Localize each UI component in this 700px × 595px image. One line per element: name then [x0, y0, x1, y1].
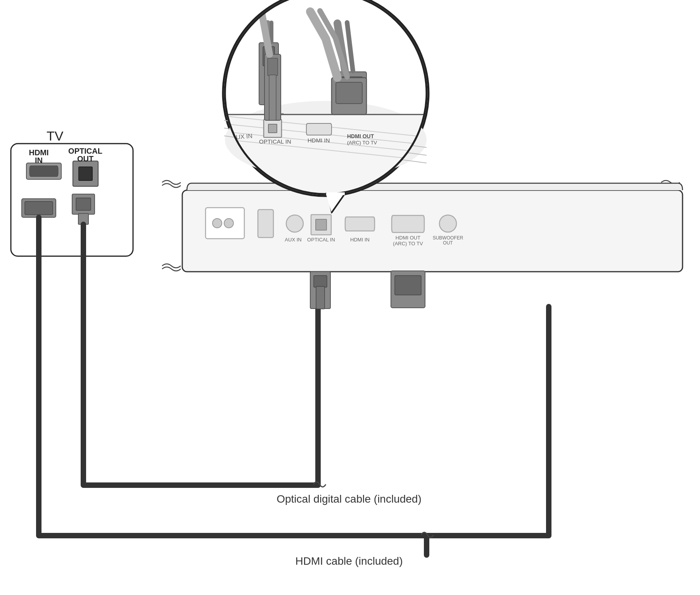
svg-point-13	[224, 219, 233, 228]
svg-rect-83	[336, 82, 362, 104]
svg-point-20	[439, 215, 456, 232]
svg-rect-8	[76, 198, 91, 210]
svg-rect-56	[263, 47, 275, 66]
svg-rect-29	[314, 276, 327, 287]
svg-text:HDMI OUT: HDMI OUT	[347, 133, 374, 139]
svg-rect-81	[269, 75, 276, 120]
svg-text:AUX IN: AUX IN	[244, 120, 264, 129]
svg-point-42	[223, 0, 429, 196]
main-diagram: AUX IN OPTICAL IN HDMI IN HDMI OUT (ARC)…	[0, 0, 700, 595]
svg-rect-4	[79, 167, 92, 180]
svg-line-67	[209, 122, 434, 146]
svg-rect-72	[264, 120, 282, 137]
svg-text:TV: TV	[47, 128, 64, 143]
svg-text:HDMI: HDMI	[29, 148, 48, 157]
svg-rect-19	[392, 215, 424, 232]
svg-text:HDMI IN: HDMI IN	[350, 237, 370, 243]
svg-text:OPTICAL IN: OPTICAL IN	[268, 125, 301, 136]
svg-rect-32	[395, 276, 421, 295]
svg-line-45	[224, 128, 427, 155]
svg-text:HDMI IN: HDMI IN	[308, 137, 330, 144]
svg-text:AUX IN: AUX IN	[232, 132, 253, 141]
svg-rect-11	[206, 208, 244, 239]
svg-rect-17	[316, 219, 327, 230]
svg-rect-75	[306, 123, 332, 135]
svg-point-12	[213, 219, 222, 228]
svg-text:OPTICAL: OPTICAL	[68, 147, 102, 155]
svg-line-62	[337, 23, 345, 72]
svg-rect-49	[272, 118, 282, 128]
svg-rect-6	[25, 201, 53, 215]
svg-point-43	[225, 101, 427, 179]
svg-point-15	[286, 215, 303, 232]
svg-rect-31	[391, 271, 425, 308]
svg-text:AUX IN: AUX IN	[285, 237, 301, 243]
svg-rect-5	[22, 199, 56, 217]
svg-rect-3	[73, 161, 98, 186]
svg-line-46	[224, 136, 427, 163]
svg-rect-28	[310, 272, 330, 309]
svg-rect-82	[332, 78, 366, 114]
svg-point-64	[225, 0, 427, 194]
svg-text:HDMI IN: HDMI IN	[311, 129, 334, 139]
svg-rect-79	[264, 54, 281, 120]
svg-rect-0	[11, 144, 133, 256]
svg-rect-55	[259, 43, 278, 105]
svg-rect-51	[309, 117, 336, 132]
svg-line-66	[209, 114, 434, 138]
svg-rect-65	[224, 114, 430, 200]
svg-text:Optical digital cable (include: Optical digital cable (included)	[277, 493, 422, 505]
svg-text:OPTICAL IN: OPTICAL IN	[307, 237, 335, 243]
svg-rect-7	[72, 194, 95, 214]
svg-rect-61	[337, 77, 363, 98]
svg-rect-9	[78, 213, 88, 224]
svg-text:OUT: OUT	[443, 240, 453, 246]
svg-rect-2	[29, 166, 58, 177]
svg-rect-60	[334, 72, 366, 111]
svg-marker-40	[324, 175, 349, 212]
svg-text:HDMI OUT: HDMI OUT	[348, 129, 376, 139]
svg-line-44	[224, 120, 427, 147]
svg-rect-1	[26, 163, 61, 179]
svg-line-68	[209, 130, 434, 153]
svg-line-69	[209, 138, 434, 161]
svg-text:(ARC) TO TV: (ARC) TO TV	[347, 140, 377, 146]
svg-rect-30	[316, 286, 325, 309]
svg-text:(ARC) TO TV: (ARC) TO TV	[393, 241, 423, 246]
svg-rect-10	[182, 190, 683, 272]
svg-text:OPTICAL IN: OPTICAL IN	[259, 138, 291, 145]
svg-text:HDMI cable (included): HDMI cable (included)	[296, 555, 403, 567]
svg-point-84	[225, 0, 427, 194]
svg-text:OUT: OUT	[77, 154, 93, 163]
svg-text:HDMI OUT: HDMI OUT	[396, 235, 420, 241]
svg-text:IN: IN	[35, 156, 43, 165]
svg-line-63	[347, 23, 353, 71]
svg-rect-57	[264, 65, 273, 105]
svg-rect-73	[268, 124, 277, 133]
svg-rect-16	[311, 215, 331, 235]
svg-rect-14	[258, 210, 273, 238]
svg-rect-80	[268, 58, 278, 76]
svg-text:(ARC) TO TV: (ARC) TO TV	[349, 135, 380, 146]
svg-rect-48	[267, 113, 285, 132]
svg-rect-18	[345, 217, 375, 231]
svg-text:SUBWOOFER: SUBWOOFER	[433, 235, 463, 241]
